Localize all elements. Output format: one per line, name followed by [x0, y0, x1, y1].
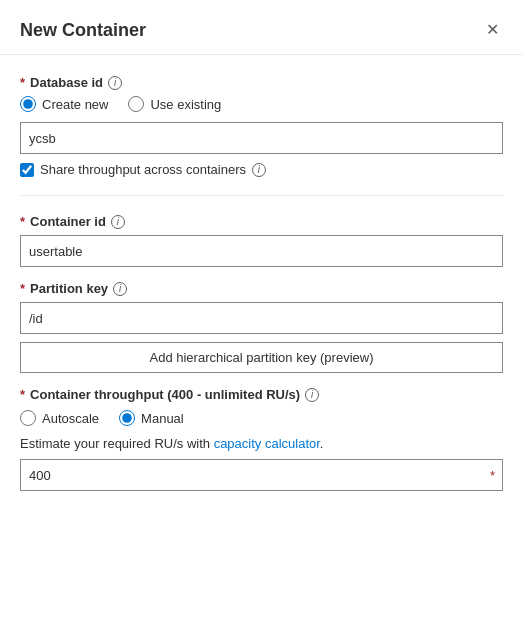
share-throughput-info-icon[interactable]: i — [252, 163, 266, 177]
throughput-label-text: Container throughput (400 - unlimited RU… — [30, 387, 300, 402]
partition-key-group: * Partition key i Add hierarchical parti… — [20, 281, 503, 373]
partition-key-info-icon[interactable]: i — [113, 282, 127, 296]
share-throughput-label: Share throughput across containers — [40, 162, 246, 177]
estimate-text-row: Estimate your required RU/s with capacit… — [20, 436, 503, 451]
radio-autoscale[interactable]: Autoscale — [20, 410, 99, 426]
database-id-info-icon[interactable]: i — [108, 76, 122, 90]
new-container-dialog: New Container ✕ * Database id i Create n… — [0, 0, 523, 630]
database-id-radio-group: Create new Use existing — [20, 96, 503, 112]
throughput-value-input[interactable] — [20, 459, 503, 491]
radio-create-new-input[interactable] — [20, 96, 36, 112]
radio-manual[interactable]: Manual — [119, 410, 184, 426]
estimate-prefix: Estimate your required RU/s with — [20, 436, 214, 451]
container-id-label-text: Container id — [30, 214, 106, 229]
throughput-radio-group: Autoscale Manual — [20, 410, 503, 426]
share-throughput-checkbox[interactable] — [20, 163, 34, 177]
section-divider — [20, 195, 503, 196]
throughput-input-wrapper: * — [20, 459, 503, 491]
throughput-required-star: * — [20, 387, 25, 402]
dialog-body: * Database id i Create new Use existing … — [0, 55, 523, 525]
radio-use-existing-label: Use existing — [150, 97, 221, 112]
radio-use-existing-input[interactable] — [128, 96, 144, 112]
container-id-group: * Container id i — [20, 214, 503, 267]
container-id-label: * Container id i — [20, 214, 503, 229]
radio-manual-input[interactable] — [119, 410, 135, 426]
radio-autoscale-input[interactable] — [20, 410, 36, 426]
share-throughput-row: Share throughput across containers i — [20, 162, 503, 177]
database-id-label-text: Database id — [30, 75, 103, 90]
partition-required-star: * — [20, 281, 25, 296]
partition-key-label: * Partition key i — [20, 281, 503, 296]
database-id-group: * Database id i Create new Use existing … — [20, 75, 503, 177]
throughput-group: * Container throughput (400 - unlimited … — [20, 387, 503, 491]
database-id-input[interactable] — [20, 122, 503, 154]
dialog-header: New Container ✕ — [0, 0, 523, 55]
partition-key-input[interactable] — [20, 302, 503, 334]
throughput-info-icon[interactable]: i — [305, 388, 319, 402]
radio-create-new[interactable]: Create new — [20, 96, 108, 112]
container-required-star: * — [20, 214, 25, 229]
radio-create-new-label: Create new — [42, 97, 108, 112]
required-star: * — [20, 75, 25, 90]
radio-manual-label: Manual — [141, 411, 184, 426]
radio-use-existing[interactable]: Use existing — [128, 96, 221, 112]
container-id-info-icon[interactable]: i — [111, 215, 125, 229]
throughput-input-star: * — [490, 468, 495, 483]
estimate-suffix: . — [320, 436, 324, 451]
partition-key-label-text: Partition key — [30, 281, 108, 296]
throughput-label: * Container throughput (400 - unlimited … — [20, 387, 503, 402]
dialog-title: New Container — [20, 20, 146, 41]
close-button[interactable]: ✕ — [482, 18, 503, 42]
capacity-calculator-link[interactable]: capacity calculator — [214, 436, 320, 451]
radio-autoscale-label: Autoscale — [42, 411, 99, 426]
add-hierarchical-partition-button[interactable]: Add hierarchical partition key (preview) — [20, 342, 503, 373]
container-id-input[interactable] — [20, 235, 503, 267]
database-id-label: * Database id i — [20, 75, 503, 90]
